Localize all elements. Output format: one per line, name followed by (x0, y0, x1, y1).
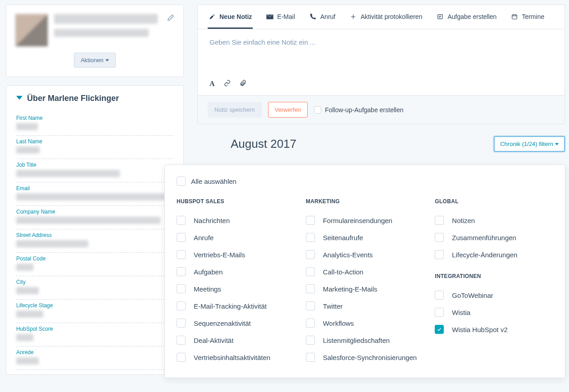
filter-checkbox[interactable] (435, 216, 444, 225)
filter-checkbox[interactable] (306, 284, 315, 293)
select-all-checkbox[interactable] (177, 177, 186, 186)
filter-item-label: E-Mail-Tracking-Aktivität (194, 302, 267, 310)
text-format-icon[interactable]: A (209, 80, 215, 88)
filter-item[interactable]: Sequenzenaktivität (177, 315, 295, 332)
filter-item[interactable]: Notizen (435, 212, 553, 229)
filter-item[interactable]: Listenmitgliedschaften (306, 332, 424, 349)
filter-item[interactable]: Vertriebsinhaltsaktivitäten (177, 349, 295, 366)
about-field[interactable]: Lifecycle Stage (16, 300, 173, 323)
filter-checkbox[interactable] (306, 301, 315, 310)
filter-item-label: Vertriebsinhaltsaktivitäten (194, 354, 270, 361)
about-field[interactable]: HubSpot Score (16, 323, 173, 346)
phone-icon (310, 14, 317, 20)
filter-item[interactable]: Twitter (306, 297, 424, 315)
filter-checkbox[interactable] (177, 301, 186, 310)
edit-icon[interactable] (167, 14, 174, 23)
timeline-filter-button[interactable]: Chronik (1/24) filtern (494, 136, 565, 152)
filter-item-label: Deal-Aktivität (194, 337, 233, 344)
tab-email[interactable]: E-Mail (265, 5, 296, 29)
filter-checkbox[interactable] (306, 267, 315, 276)
filter-item[interactable]: GoToWebinar (435, 287, 553, 304)
filter-checkbox[interactable] (177, 250, 186, 259)
filter-checkbox[interactable] (306, 336, 315, 345)
filter-checkbox[interactable] (435, 291, 444, 300)
tab-label: Aktivität protokollieren (360, 13, 422, 20)
filter-item[interactable]: Anrufe (177, 229, 295, 246)
about-field[interactable]: First Name (16, 112, 173, 136)
avatar (15, 14, 48, 46)
tab-label: Neue Notiz (219, 13, 252, 20)
about-field[interactable]: Email (16, 182, 173, 206)
tab-aufgabe[interactable]: Aufgabe erstellen (436, 5, 497, 29)
filter-item[interactable]: Vertriebs-E-Mails (177, 246, 295, 263)
field-value-redacted (16, 146, 40, 154)
svg-rect-1 (512, 15, 517, 19)
about-field[interactable]: Anrede (16, 346, 173, 370)
filter-item[interactable]: Lifecycle-Änderungen (435, 246, 553, 263)
about-field[interactable]: Job Title (16, 159, 173, 182)
filter-checkbox[interactable] (435, 233, 444, 242)
filter-item[interactable]: Marketing-E-Mails (306, 280, 424, 297)
note-input[interactable]: Geben Sie einfach eine Notiz ein ... (209, 38, 553, 74)
filter-checkbox[interactable] (435, 308, 444, 317)
link-icon[interactable] (224, 80, 231, 88)
filter-checkbox[interactable] (435, 250, 444, 259)
followup-checkbox[interactable] (314, 106, 321, 114)
filter-checkbox[interactable] (177, 353, 186, 362)
filter-item[interactable]: Wistia HubSpot v2 (435, 321, 553, 338)
about-field[interactable]: Company Name (16, 206, 173, 229)
filter-checkbox[interactable] (177, 233, 186, 242)
plus-icon (350, 14, 357, 20)
tab-aktivitaet[interactable]: Aktivität protokollieren (349, 5, 423, 29)
timeline-month: August 2017 (231, 137, 296, 151)
filter-item[interactable]: Zusammenführungen (435, 229, 553, 246)
field-label: Lifecycle Stage (16, 302, 173, 309)
filter-item-label: Listenmitgliedschaften (323, 337, 390, 344)
filter-checkbox[interactable] (306, 353, 315, 362)
filter-checkbox[interactable] (177, 319, 186, 328)
chevron-down-icon[interactable] (16, 95, 23, 102)
about-field[interactable]: Street Address (16, 229, 173, 253)
filter-item[interactable]: Aufgaben (177, 263, 295, 280)
tab-neue-notiz[interactable]: Neue Notiz (208, 5, 253, 29)
filter-item-label: Call-to-Action (323, 268, 364, 276)
filter-checkbox[interactable] (177, 267, 186, 276)
tab-anruf[interactable]: Anruf (309, 5, 336, 29)
filter-item[interactable]: Wistia (435, 304, 553, 321)
about-field[interactable]: City (16, 276, 173, 300)
actions-label: Aktionen (81, 57, 104, 64)
filter-checkbox[interactable] (177, 284, 186, 293)
filter-item[interactable]: Salesforce-Synchronisierungen (306, 349, 424, 366)
filter-item[interactable]: E-Mail-Tracking-Aktivität (177, 297, 295, 315)
filter-item-label: Twitter (323, 302, 343, 310)
filter-checkbox[interactable] (306, 319, 315, 328)
actions-button[interactable]: Aktionen (74, 53, 116, 68)
filter-item[interactable]: Call-to-Action (306, 263, 424, 280)
tab-termine[interactable]: Termine (510, 5, 545, 29)
attachment-icon[interactable] (240, 80, 246, 88)
field-value-redacted (16, 287, 39, 294)
tab-label: Anruf (320, 13, 335, 20)
save-note-button[interactable]: Notiz speichern (208, 102, 262, 118)
filter-item[interactable]: Workflows (306, 315, 424, 332)
followup-label: Follow-up-Aufgabe erstellen (325, 106, 403, 114)
filter-item[interactable]: Deal-Aktivität (177, 332, 295, 349)
filter-checkbox[interactable] (306, 233, 315, 242)
filter-checkbox[interactable] (306, 216, 315, 225)
filter-item[interactable]: Meetings (177, 280, 295, 297)
filter-item[interactable]: Analytics-Events (306, 246, 424, 263)
about-field[interactable]: Postal Code (16, 253, 173, 276)
filter-item-label: Lifecycle-Änderungen (452, 251, 517, 259)
about-field[interactable]: Last Name (16, 136, 173, 159)
filter-checkbox[interactable] (177, 336, 186, 345)
filter-item[interactable]: Nachrichten (177, 212, 295, 229)
filter-checkbox[interactable] (306, 250, 315, 259)
discard-note-button[interactable]: Verwerfen (268, 102, 308, 118)
filter-checkbox[interactable] (177, 216, 186, 225)
filter-checkbox[interactable] (435, 325, 444, 334)
filter-item[interactable]: Formulareinsendungen (306, 212, 424, 229)
filter-item-label: Wistia HubSpot v2 (452, 326, 507, 333)
filter-item[interactable]: Seitenaufrufe (306, 229, 424, 246)
filter-panel: Alle auswählen HUBSPOT SALES Nachrichten… (164, 164, 565, 378)
filter-item-label: Analytics-Events (323, 251, 373, 259)
